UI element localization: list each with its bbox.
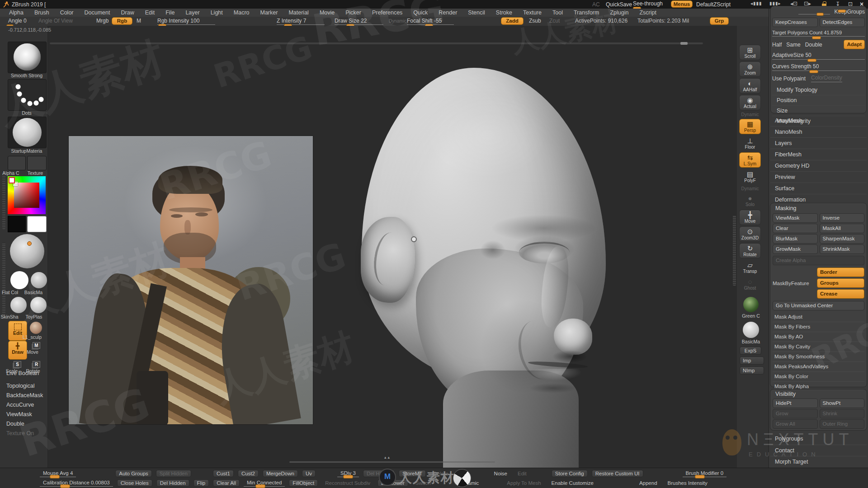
right-tool-button[interactable]: ● Solo	[739, 193, 761, 208]
menu-item[interactable]: Brush	[29, 9, 55, 16]
mask-feature-button[interactable]: Groups	[817, 278, 864, 288]
menu-item[interactable]: Document	[79, 9, 116, 16]
right-tool-button[interactable]: ⊞ Scroll	[739, 45, 761, 60]
masking-row[interactable]: Mask Adjust	[773, 312, 864, 322]
masking-header[interactable]: Masking	[773, 205, 864, 213]
right-tool-button[interactable]: Dynamic	[739, 112, 761, 117]
visibility-button[interactable]: Outer Ring	[820, 419, 865, 429]
sidebar-toggle[interactable]: ViewMask	[6, 411, 48, 418]
scale-mode-icon[interactable]: S	[14, 361, 21, 368]
bottom-bar-item[interactable]: Uv	[302, 470, 316, 477]
current-stroke-thumbnail[interactable]	[8, 79, 47, 111]
sidebar-toggle[interactable]: Texture On	[6, 430, 48, 436]
mrgb-button[interactable]: Mrgb	[96, 18, 108, 24]
canvas-top-scrollbar[interactable]	[50, 42, 703, 44]
masking-row[interactable]: Mask By Smoothness	[773, 352, 864, 362]
bottom-bar-item[interactable]: Append	[636, 480, 660, 486]
texture-slot[interactable]	[27, 156, 47, 170]
go-to-unmasked-center-button[interactable]: Go To Unmasked Center	[773, 301, 864, 310]
masking-button[interactable]: ViewMask	[773, 213, 818, 223]
tool-section[interactable]: Preview	[770, 172, 867, 183]
right-tool-button[interactable]: ↻ Rotate	[739, 243, 761, 258]
bottom-bar-item[interactable]: FillObject	[289, 479, 318, 487]
menu-item[interactable]: Quick	[408, 9, 433, 16]
nimp-button[interactable]: NImp	[740, 366, 764, 375]
tool-section[interactable]: Surface	[770, 183, 867, 194]
visibility-header[interactable]: Visibility	[773, 391, 864, 399]
adapt-button[interactable]: Adapt	[844, 40, 865, 49]
geometry-subrow[interactable]: Modify Topology	[772, 85, 865, 95]
exp5-button[interactable]: ExpS	[740, 347, 761, 355]
menus-button[interactable]: Menus	[671, 0, 693, 8]
menu-item[interactable]: Zplugin	[604, 9, 634, 16]
visibility-button[interactable]: ShowPt	[820, 399, 865, 408]
rgb-intensity-slider[interactable]: Rgb Intensity 100	[157, 18, 215, 25]
menu-item[interactable]: Draw	[116, 9, 140, 16]
bottom-bar-item[interactable]: Auto Groups	[115, 470, 152, 477]
imp-button[interactable]: Imp	[740, 357, 764, 365]
bottom-bar-item[interactable]: Enable Customize	[548, 480, 597, 486]
masking-row[interactable]: Mask By Color	[773, 372, 864, 382]
curves-strength-slider[interactable]: Curves Strength 50	[772, 63, 865, 71]
menu-item[interactable]: Transform	[568, 9, 605, 16]
bottom-bar-item[interactable]: Edit	[514, 470, 530, 477]
menu-item[interactable]: Light	[205, 9, 228, 16]
masking-button[interactable]: Inverse	[820, 213, 865, 223]
color-picker[interactable]	[8, 176, 46, 214]
tool-section[interactable]: Morph Target	[770, 456, 867, 468]
menu-item[interactable]: Material	[283, 9, 314, 16]
visibility-button[interactable]: HidePt	[773, 399, 818, 408]
angle-slider[interactable]: Angle 0	[8, 18, 27, 24]
menu-item[interactable]: Macro	[228, 9, 255, 16]
bottom-bar-item[interactable]: Min Connected	[244, 479, 285, 487]
color-picker-inner[interactable]	[14, 183, 39, 208]
material-toyplastic[interactable]	[30, 297, 47, 313]
masking-row[interactable]: Mask PeaksAndValleys	[773, 362, 864, 372]
right-tool-button[interactable]: ◐ AAHalf	[739, 78, 761, 94]
bottom-bar-item[interactable]: Clear All	[213, 479, 240, 487]
bottom-bar-item[interactable]: Brush Modifier 0	[683, 470, 727, 477]
menu-item[interactable]: Zscript	[634, 9, 662, 16]
grp-button[interactable]: Grp	[710, 17, 729, 25]
right-tool-button[interactable]: Dynamic	[739, 186, 761, 192]
bottom-bar-item[interactable]: Del Hidden	[156, 479, 189, 487]
bottom-bar-item[interactable]: SDiv 3	[337, 470, 359, 477]
sidebar-grip-top[interactable]	[2, 175, 5, 229]
right-tool-button[interactable]: ⊙ Zoom3D	[739, 226, 761, 242]
menu-item[interactable]: Stroke	[491, 9, 518, 16]
visibility-button[interactable]: Shrink	[820, 409, 865, 418]
masking-button[interactable]: Clear	[773, 224, 818, 233]
bottom-bar-item[interactable]: Store Config	[552, 470, 588, 477]
menu-item[interactable]: Picker	[340, 9, 367, 16]
z-intensity-slider[interactable]: Z Intensity 7	[277, 18, 325, 25]
right-tool-button[interactable]: ◌ Ghost	[739, 277, 761, 292]
bottom-bar-item[interactable]: Restore Custom UI	[592, 470, 643, 477]
collapse-right-tray-icon[interactable]: ▮▮▮▸	[769, 1, 781, 6]
right-tool-button[interactable]: ▤ PolyF	[739, 169, 761, 184]
bottom-bar-item[interactable]: Mouse Avg 4	[40, 470, 76, 477]
canvas-bottom-markers[interactable]: ▴▴	[384, 455, 391, 460]
right-tool-button[interactable]: ⇆ L.Sym	[739, 152, 761, 168]
menu-item[interactable]: Render	[433, 9, 462, 16]
zadd-button[interactable]: Zadd	[501, 17, 524, 25]
current-brush-thumbnail[interactable]	[8, 42, 47, 73]
current-material-thumbnail[interactable]	[8, 117, 47, 148]
right-tool-button[interactable]: ◉ Actual	[739, 95, 761, 110]
quicksave-button[interactable]: QuickSave	[606, 1, 632, 8]
primary-color-swatch[interactable]	[27, 216, 47, 232]
bottom-bar-item[interactable]: MergeDown	[263, 470, 298, 477]
sidebar-toggle[interactable]: Topological	[6, 383, 48, 389]
bottom-bar-item[interactable]: Calibration Distance 0.00803	[40, 479, 113, 487]
bottom-bar-item[interactable]: Flip	[193, 479, 209, 487]
sidebar-toggle[interactable]: Double	[6, 421, 48, 427]
right-tool-button[interactable]: ▦ Persp	[739, 119, 761, 134]
masking-button[interactable]: MaskAll	[820, 224, 865, 233]
draw-size-slider[interactable]: Draw Size 22	[335, 18, 383, 25]
right-tool-button[interactable]: ⊕ Zoom	[739, 61, 761, 77]
masking-row[interactable]: Mask By Fibers	[773, 322, 864, 332]
material-basic[interactable]	[31, 272, 47, 288]
menu-item[interactable]: Edit	[140, 9, 160, 16]
material-preview-sphere[interactable]	[10, 234, 44, 268]
geometry-subrow[interactable]: Position	[772, 95, 865, 106]
masking-button[interactable]: SharpenMask	[820, 234, 865, 244]
